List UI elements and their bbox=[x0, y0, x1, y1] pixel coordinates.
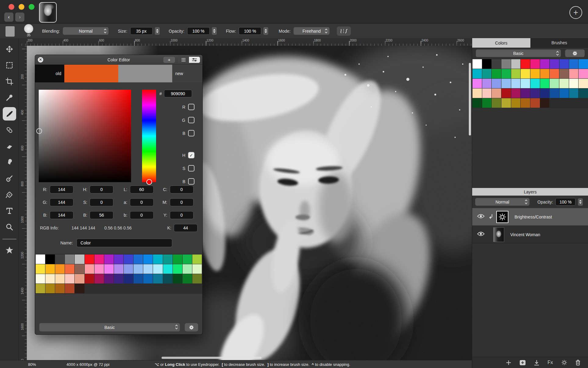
color-swatch[interactable] bbox=[173, 254, 182, 264]
color-swatch[interactable] bbox=[45, 254, 55, 264]
color-swatch[interactable] bbox=[540, 69, 550, 78]
color-swatch[interactable] bbox=[530, 79, 540, 88]
new-document-button[interactable]: + bbox=[569, 6, 582, 19]
document-thumbnail[interactable] bbox=[39, 2, 57, 23]
paint-tool[interactable] bbox=[3, 107, 16, 121]
hue-cursor[interactable] bbox=[146, 179, 152, 185]
value-input[interactable]: 0 bbox=[90, 198, 113, 206]
color-swatch[interactable] bbox=[173, 274, 182, 283]
brightness-contrast-adjustment-icon[interactable] bbox=[496, 211, 508, 223]
color-swatch[interactable] bbox=[501, 88, 511, 98]
color-swatch[interactable] bbox=[482, 59, 492, 69]
color-swatch[interactable] bbox=[45, 264, 55, 274]
color-swatch[interactable] bbox=[183, 254, 192, 264]
color-swatch[interactable] bbox=[540, 79, 550, 88]
palette-settings-button[interactable] bbox=[565, 49, 585, 57]
size-input[interactable]: 35 px bbox=[130, 27, 153, 35]
color-swatch[interactable] bbox=[540, 88, 550, 98]
color-swatch[interactable] bbox=[104, 264, 114, 274]
minimize-window-button[interactable] bbox=[19, 4, 24, 10]
color-swatch[interactable] bbox=[55, 274, 65, 283]
color-swatch[interactable] bbox=[472, 79, 482, 88]
color-swatch[interactable] bbox=[75, 254, 84, 264]
value-input[interactable]: 0 bbox=[170, 211, 194, 219]
color-swatch[interactable] bbox=[482, 69, 492, 78]
adjustments-button[interactable] bbox=[561, 359, 567, 366]
color-swatch[interactable] bbox=[65, 284, 74, 293]
value-input[interactable]: 0 bbox=[90, 186, 113, 193]
value-input[interactable]: 0 bbox=[170, 198, 194, 206]
color-swatch[interactable] bbox=[163, 264, 173, 274]
value-input[interactable]: 144 bbox=[50, 198, 73, 206]
color-swatch[interactable] bbox=[559, 79, 569, 88]
color-swatch[interactable] bbox=[124, 264, 133, 274]
color-swatch[interactable] bbox=[94, 254, 104, 264]
color-swatch[interactable] bbox=[114, 274, 123, 283]
color-swatch[interactable] bbox=[192, 274, 202, 283]
color-swatch[interactable] bbox=[569, 59, 579, 69]
color-swatch[interactable] bbox=[559, 88, 569, 98]
zoom-tool[interactable] bbox=[3, 220, 16, 234]
color-swatch[interactable] bbox=[550, 79, 559, 88]
retouch-tool[interactable] bbox=[3, 123, 16, 137]
color-swatch[interactable] bbox=[472, 88, 482, 98]
color-swatch[interactable] bbox=[550, 69, 559, 78]
channel-checkbox-s[interactable] bbox=[188, 165, 194, 171]
color-swatch[interactable] bbox=[114, 264, 123, 274]
color-swatch[interactable] bbox=[482, 98, 492, 108]
color-swatch[interactable] bbox=[579, 59, 588, 69]
layer-visibility-eye-icon[interactable] bbox=[477, 232, 485, 237]
color-swatch[interactable] bbox=[472, 69, 482, 78]
color-swatch[interactable] bbox=[501, 69, 511, 78]
color-swatch[interactable] bbox=[569, 79, 579, 88]
color-swatch[interactable] bbox=[511, 79, 521, 88]
color-swatch[interactable] bbox=[550, 59, 559, 69]
channel-checkbox-r[interactable] bbox=[188, 104, 194, 110]
color-swatch[interactable] bbox=[492, 88, 501, 98]
clone-tool[interactable] bbox=[3, 172, 16, 185]
color-swatch[interactable] bbox=[511, 59, 521, 69]
color-swatch[interactable] bbox=[482, 88, 492, 98]
color-swatch[interactable] bbox=[521, 98, 530, 108]
palette-dropdown[interactable]: Basic bbox=[39, 323, 180, 331]
color-swatch[interactable] bbox=[55, 264, 65, 274]
color-swatch[interactable] bbox=[521, 59, 530, 69]
color-swatch[interactable] bbox=[124, 254, 133, 264]
forward-button[interactable]: › bbox=[15, 13, 24, 22]
value-input[interactable]: 144 bbox=[50, 211, 73, 219]
value-input[interactable]: 60 bbox=[130, 186, 154, 193]
zoom-window-button[interactable] bbox=[29, 4, 34, 10]
color-swatch[interactable] bbox=[521, 69, 530, 78]
export-layer-button[interactable] bbox=[534, 360, 539, 366]
color-name-input[interactable]: Color bbox=[77, 239, 172, 247]
color-swatch[interactable] bbox=[65, 264, 74, 274]
sliders-view-button[interactable] bbox=[189, 57, 200, 63]
color-swatch[interactable] bbox=[134, 254, 143, 264]
color-swatch[interactable] bbox=[45, 274, 55, 283]
tab-colors[interactable]: Colors bbox=[472, 38, 530, 48]
color-swatch[interactable] bbox=[55, 284, 65, 293]
color-swatch[interactable] bbox=[521, 79, 530, 88]
color-swatch[interactable] bbox=[192, 264, 202, 274]
mode-dropdown[interactable]: Freehand bbox=[294, 27, 330, 35]
crop-tool[interactable] bbox=[3, 75, 16, 88]
color-swatch[interactable] bbox=[143, 264, 153, 274]
color-swatch[interactable] bbox=[85, 274, 94, 283]
color-swatch[interactable] bbox=[134, 264, 143, 274]
color-swatch[interactable] bbox=[492, 69, 501, 78]
layer-visibility-eye-icon[interactable] bbox=[477, 214, 485, 220]
erase-tool[interactable] bbox=[3, 139, 16, 153]
channel-checkbox-h[interactable]: ✓ bbox=[188, 152, 194, 158]
channel-checkbox-b2[interactable] bbox=[188, 178, 194, 185]
color-swatch[interactable] bbox=[550, 88, 559, 98]
color-swatch[interactable] bbox=[143, 254, 153, 264]
color-swatch[interactable] bbox=[501, 59, 511, 69]
color-editor-titlebar[interactable]: ✕ Color Editor + bbox=[35, 55, 202, 65]
color-swatch[interactable] bbox=[75, 284, 84, 293]
color-swatch[interactable] bbox=[36, 274, 45, 283]
color-swatch[interactable] bbox=[530, 69, 540, 78]
color-swatch[interactable] bbox=[530, 98, 540, 108]
smudge-tool[interactable] bbox=[3, 156, 16, 169]
palette-settings-button[interactable] bbox=[185, 323, 198, 331]
color-swatch[interactable] bbox=[183, 264, 192, 274]
